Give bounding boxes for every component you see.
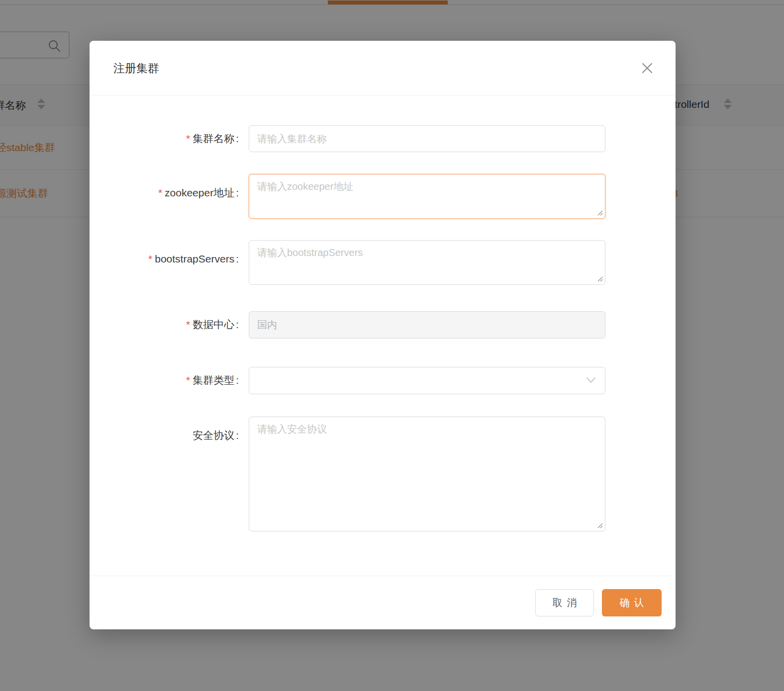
required-mark: * [148,253,152,264]
close-icon [640,69,654,77]
cluster-name-input[interactable] [249,125,605,152]
security-protocol-textarea[interactable] [249,417,605,531]
field-label: *数据中心: [90,311,239,332]
required-mark: * [186,374,190,386]
modal-title: 注册集群 [113,60,159,76]
cancel-button[interactable]: 取消 [535,589,594,616]
required-mark: * [158,187,162,198]
required-mark: * [186,319,190,330]
resize-handle-icon[interactable] [597,276,603,282]
form-row-cluster-type: *集群类型: [90,367,676,394]
close-button[interactable] [640,61,655,76]
bootstrap-servers-textarea[interactable] [249,240,605,285]
cluster-type-select[interactable] [249,367,605,394]
form-row-bootstrap-servers: *bootstrapServers: [90,240,676,285]
field-label: *zookeeper地址: [90,174,239,200]
app-root: 集群名称 controllerId 经stable集群 源测试集群 3 [0,0,784,691]
field-label: *bootstrapServers: [90,240,239,266]
field-label: 安全协议: [90,417,239,442]
form-row-cluster-name: *集群名称: [90,125,676,152]
form-row-security-protocol: 安全协议: [90,417,676,531]
form-row-data-center: *数据中心: [90,311,676,339]
zookeeper-address-textarea[interactable] [249,174,605,219]
modal-header: 注册集群 [90,41,676,95]
resize-handle-icon[interactable] [597,210,603,216]
data-center-input [249,311,605,339]
modal-footer: 取消 确认 [90,576,676,629]
chevron-down-icon [586,377,596,386]
field-label: *集群名称: [90,125,239,146]
form-row-zookeeper: *zookeeper地址: [90,174,676,219]
resize-handle-icon[interactable] [597,522,603,528]
field-label: *集群类型: [90,367,239,387]
register-cluster-modal: 注册集群 *集群名称: [90,41,676,629]
register-cluster-form: *集群名称: *zookeeper地址: [90,95,676,531]
required-mark: * [186,133,190,144]
confirm-button[interactable]: 确认 [602,589,662,616]
